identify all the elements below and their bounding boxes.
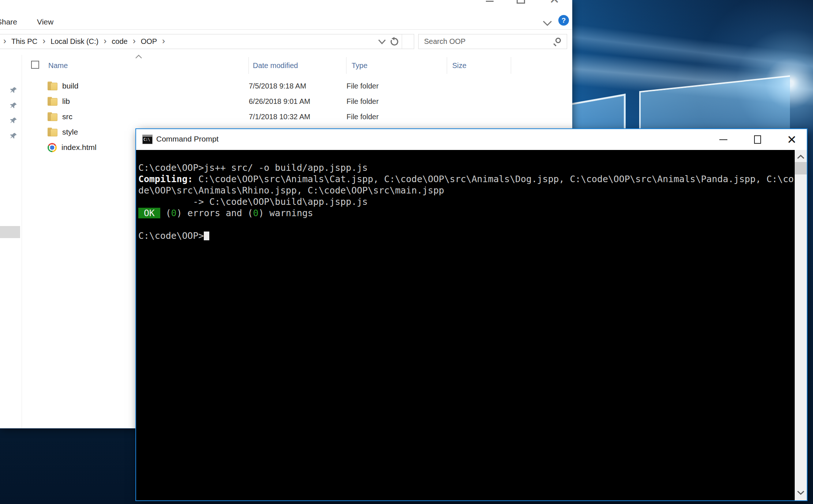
scrollbar[interactable] [795, 150, 807, 500]
breadcrumb-item[interactable]: This PC [11, 37, 37, 46]
window-title: Command Prompt [156, 135, 218, 143]
nav-pane-divider [22, 55, 22, 428]
file-row[interactable]: lib 6/26/2018 9:01 AM File folder [31, 94, 572, 109]
pin-icon[interactable] [10, 86, 18, 94]
file-name: build [62, 82, 78, 90]
tab-view[interactable]: View [37, 18, 53, 26]
file-date-modified: 6/26/2018 9:01 AM [249, 97, 346, 106]
scroll-up-icon[interactable] [797, 154, 805, 161]
breadcrumb-chevron-icon[interactable]: › [131, 36, 138, 47]
folder-icon [48, 83, 57, 90]
command-prompt-window: C:\ Command Prompt ✕ C:\code\OOP>js++ sr… [135, 128, 808, 501]
pin-icon[interactable] [10, 117, 18, 125]
breadcrumb-item[interactable]: Local Disk (C:) [50, 37, 98, 46]
pin-icon[interactable] [10, 132, 18, 140]
folder-icon [48, 129, 57, 136]
divider [402, 34, 402, 49]
command-prompt-icon: C:\ [142, 135, 153, 144]
column-header-size[interactable]: Size [447, 57, 511, 74]
file-row[interactable]: src 7/1/2018 10:32 AM File folder [31, 109, 572, 124]
nav-pane-scrollbar[interactable] [0, 226, 20, 238]
file-type: File folder [346, 82, 447, 90]
ribbon-tabs: Share View [0, 15, 572, 30]
terminal-line: OK (0) errors and (0) warnings [138, 207, 795, 219]
tab-share[interactable]: Share [0, 18, 17, 26]
sort-ascending-icon [135, 53, 143, 58]
file-date-modified: 7/5/2018 9:18 AM [249, 82, 346, 90]
scroll-down-icon[interactable] [797, 490, 805, 497]
column-header-name[interactable]: Name [31, 57, 249, 74]
search-input[interactable]: Search OOP [418, 34, 567, 49]
column-headers: Name Date modified Type Size [0, 55, 572, 76]
close-icon[interactable]: ✕ [775, 129, 809, 150]
file-type: File folder [346, 97, 447, 106]
breadcrumb-chevron-icon[interactable]: › [1, 36, 8, 47]
select-all-checkbox[interactable] [31, 61, 39, 69]
terminal-line: de\OOP\src\Animals\Rhino.jspp, C:\code\O… [138, 185, 795, 196]
terminal-line: C:\code\OOP>js++ src/ -o build/app.jspp.… [138, 162, 795, 173]
collapse-ribbon-chevron-icon[interactable] [542, 19, 553, 27]
breadcrumb: ›This PC›Local Disk (C:)›code›OOP› [1, 34, 167, 49]
refresh-icon[interactable] [390, 37, 399, 46]
pin-icon[interactable] [10, 102, 18, 110]
close-icon[interactable]: ✕ [549, 0, 560, 7]
file-type: File folder [346, 113, 447, 121]
search-icon[interactable] [553, 38, 561, 46]
file-name: src [62, 112, 72, 121]
terminal-line: Compiling: C:\code\OOP\src\Animals\Cat.j… [138, 173, 795, 185]
breadcrumb-item[interactable]: code [112, 37, 127, 46]
terminal-line: C:\code\OOP> [138, 230, 795, 241]
cmd-titlebar: C:\ Command Prompt ✕ [136, 129, 807, 150]
file-date-modified: 7/1/2018 10:32 AM [249, 113, 346, 121]
terminal-cursor [204, 232, 209, 240]
breadcrumb-chevron-icon[interactable]: › [101, 36, 109, 47]
address-dropdown-chevron-icon[interactable] [377, 38, 387, 45]
breadcrumb-item[interactable]: OOP [141, 37, 157, 46]
column-header-date[interactable]: Date modified [249, 57, 346, 74]
maximize-icon[interactable] [517, 0, 525, 4]
file-name: index.html [61, 143, 97, 152]
terminal-line [138, 219, 795, 230]
address-box[interactable]: ›This PC›Local Disk (C:)›code›OOP› [0, 34, 414, 49]
folder-icon [48, 113, 57, 121]
maximize-icon[interactable] [741, 129, 774, 150]
terminal-output[interactable]: C:\code\OOP>js++ src/ -o build/app.jspp.… [136, 150, 795, 500]
scrollbar-thumb[interactable] [795, 162, 807, 174]
chrome-icon [48, 143, 57, 152]
file-row[interactable]: build 7/5/2018 9:18 AM File folder [31, 78, 572, 94]
breadcrumb-chevron-icon[interactable]: › [160, 36, 167, 47]
help-button[interactable]: ? [558, 15, 569, 26]
folder-icon [48, 98, 57, 106]
column-header-type[interactable]: Type [346, 57, 447, 74]
search-placeholder: Search OOP [424, 37, 465, 46]
minimize-icon[interactable] [486, 1, 494, 2]
minimize-icon[interactable] [707, 129, 740, 150]
address-bar: ›This PC›Local Disk (C:)›code›OOP› Searc… [0, 34, 572, 49]
file-name: style [62, 128, 78, 136]
file-name: lib [62, 97, 70, 106]
terminal-line: -> C:\code\OOP\build\app.jspp.js [138, 196, 795, 207]
explorer-titlebar: ✕ [0, 0, 572, 15]
breadcrumb-chevron-icon[interactable]: › [40, 36, 48, 47]
